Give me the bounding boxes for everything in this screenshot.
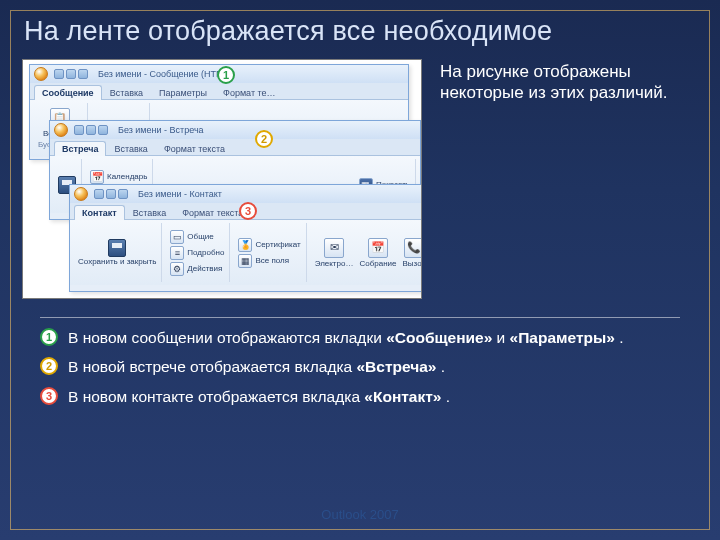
phone-icon: 📞 <box>404 238 422 258</box>
tab-insert[interactable]: Вставка <box>106 141 155 156</box>
quick-access-toolbar <box>74 125 108 135</box>
qat-button[interactable] <box>78 69 88 79</box>
ribbon-tabs: Сообщение Вставка Параметры Формат те… <box>30 83 408 99</box>
calendar-button[interactable]: 📅Календарь <box>90 170 147 184</box>
window-title: Без имени - Сообщение (HTML) <box>98 69 232 79</box>
bullet-badge-3: 3 <box>40 387 58 405</box>
meeting-icon: 📅 <box>368 238 388 258</box>
save-label: Сохранить и закрыть <box>78 258 156 266</box>
tab-message[interactable]: Сообщение <box>34 85 102 100</box>
mail-icon: ✉ <box>324 238 344 258</box>
list-text-1: В новом сообщении отображаются вкладки «… <box>68 328 623 347</box>
list-text-2: В новой встрече отображается вкладка «Вс… <box>68 357 445 376</box>
titlebar: Без имени - Контакт <box>70 185 422 203</box>
group-save: Сохранить и закрыть <box>74 223 162 282</box>
details-icon: ≡ <box>170 246 184 260</box>
window-title: Без имени - Контакт <box>138 189 222 199</box>
content-row: Без имени - Сообщение (HTML) Сообщение В… <box>16 59 704 299</box>
calendar-icon: 📅 <box>90 170 104 184</box>
group-fields: 🏅Сертификат ▦Все поля <box>234 223 306 282</box>
office-orb-icon[interactable] <box>74 187 88 201</box>
numbered-list: 1 В новом сообщении отображаются вкладки… <box>40 317 680 406</box>
callout-badge-1: 1 <box>217 66 235 84</box>
tab-contact[interactable]: Контакт <box>74 205 125 220</box>
description-text: На рисунке отображены некоторые из этих … <box>440 59 690 104</box>
qat-button[interactable] <box>94 189 104 199</box>
callout-badge-2: 2 <box>255 130 273 148</box>
list-item-2: 2 В новой встрече отображается вкладка «… <box>40 357 680 376</box>
actions-icon: ⚙ <box>170 262 184 276</box>
list-text-3: В новом контакте отображается вкладка «К… <box>68 387 450 406</box>
ribbon-tabs: Встреча Вставка Формат текста <box>50 139 420 155</box>
email-button[interactable]: ✉Электро… <box>315 238 354 268</box>
ribbon: Сохранить и закрыть ▭Общие ≡Подробно ⚙Де… <box>70 219 422 285</box>
slide-title: На ленте отображается все необходимое <box>24 16 704 47</box>
call-button[interactable]: 📞Вызов <box>402 238 422 268</box>
qat-button[interactable] <box>66 69 76 79</box>
qat-button[interactable] <box>74 125 84 135</box>
group-show: ▭Общие ≡Подробно ⚙Действия <box>166 223 230 282</box>
list-item-1: 1 В новом сообщении отображаются вкладки… <box>40 328 680 347</box>
qat-button[interactable] <box>54 69 64 79</box>
details-button[interactable]: ≡Подробно <box>170 246 224 260</box>
meeting-button[interactable]: 📅Собрание <box>359 238 396 268</box>
tab-options[interactable]: Параметры <box>151 85 215 100</box>
save-close-button[interactable]: Сохранить и закрыть <box>78 239 156 266</box>
tab-insert[interactable]: Вставка <box>102 85 151 100</box>
office-orb-icon[interactable] <box>34 67 48 81</box>
cert-icon: 🏅 <box>238 238 252 252</box>
office-orb-icon[interactable] <box>54 123 68 137</box>
divider <box>40 317 680 318</box>
grid-icon: ▦ <box>238 254 252 268</box>
actions-button[interactable]: ⚙Действия <box>170 262 222 276</box>
tab-format[interactable]: Формат те… <box>215 85 284 100</box>
quick-access-toolbar <box>54 69 88 79</box>
bullet-badge-1: 1 <box>40 328 58 346</box>
list-item-3: 3 В новом контакте отображается вкладка … <box>40 387 680 406</box>
slide: На ленте отображается все необходимое Бе… <box>0 0 720 540</box>
slide-footer: Outlook 2007 <box>0 507 720 522</box>
screenshot-area: Без имени - Сообщение (HTML) Сообщение В… <box>22 59 422 299</box>
qat-button[interactable] <box>98 125 108 135</box>
save-icon <box>108 239 126 257</box>
window-title: Без имени - Встреча <box>118 125 204 135</box>
callout-badge-3: 3 <box>239 202 257 220</box>
qat-button[interactable] <box>106 189 116 199</box>
window-contact: Без имени - Контакт Контакт Вставка Форм… <box>69 184 422 292</box>
qat-button[interactable] <box>118 189 128 199</box>
tab-insert[interactable]: Вставка <box>125 205 174 220</box>
titlebar: Без имени - Встреча <box>50 121 420 139</box>
general-button[interactable]: ▭Общие <box>170 230 213 244</box>
bullet-badge-2: 2 <box>40 357 58 375</box>
quick-access-toolbar <box>94 189 128 199</box>
cert-button[interactable]: 🏅Сертификат <box>238 238 300 252</box>
qat-button[interactable] <box>86 125 96 135</box>
tab-format[interactable]: Формат текста <box>156 141 233 156</box>
allfields-button[interactable]: ▦Все поля <box>238 254 289 268</box>
card-icon: ▭ <box>170 230 184 244</box>
group-comm: ✉Электро… 📅Собрание 📞Вызов <box>311 223 422 282</box>
tab-meeting[interactable]: Встреча <box>54 141 106 156</box>
